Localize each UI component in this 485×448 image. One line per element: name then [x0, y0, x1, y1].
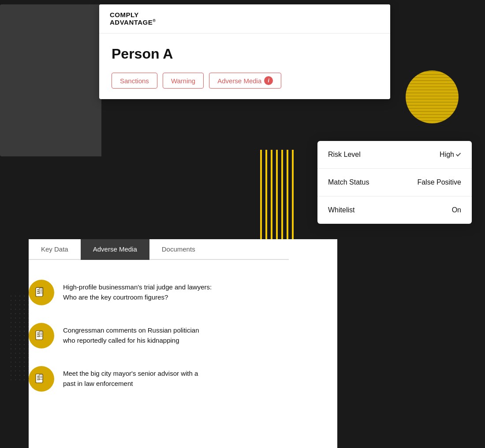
news-area: High-profile businessman's trial judge a…	[29, 280, 320, 409]
news-icon-3	[29, 366, 54, 392]
svg-rect-20	[39, 374, 43, 379]
document-icon-1	[35, 286, 48, 299]
whitelist-label: Whitelist	[328, 206, 354, 214]
news-text-2: Congressman comments on Russian politici…	[63, 323, 199, 345]
news-icon-2	[29, 323, 54, 348]
info-icon: i	[264, 76, 273, 85]
logo: COMPLY ADVANTAGE®	[110, 11, 156, 26]
document-icon-3	[35, 372, 48, 385]
badge-adverse-media[interactable]: Adverse Media i	[209, 73, 281, 89]
news-icon-1	[29, 280, 54, 305]
whitelist-value: On	[452, 206, 461, 214]
risk-level-label: Risk Level	[328, 151, 361, 159]
info-panel: Risk Level High Match Status False Posit…	[317, 141, 472, 224]
svg-rect-13	[39, 331, 43, 336]
logo-line2: ADVANTAGE®	[110, 19, 156, 26]
badge-sanctions[interactable]: Sanctions	[112, 73, 157, 89]
tabs-bar: Key Data Adverse Media Documents	[29, 239, 289, 260]
person-name: Person A	[112, 46, 378, 62]
match-status-row[interactable]: Match Status False Positive	[317, 169, 472, 196]
whitelist-row[interactable]: Whitelist On	[317, 196, 472, 224]
news-text-3: Meet the big city mayor's senior advisor…	[63, 366, 198, 389]
risk-level-value: High	[440, 151, 461, 159]
document-icon-2	[35, 329, 48, 342]
badge-warning[interactable]: Warning	[163, 73, 204, 89]
chevron-down-icon	[456, 152, 461, 156]
card-header: COMPLY ADVANTAGE®	[99, 4, 390, 33]
risk-level-row[interactable]: Risk Level High	[317, 141, 472, 169]
news-item-3: Meet the big city mayor's senior advisor…	[29, 366, 320, 392]
yellow-vertical-lines-decoration	[260, 150, 295, 247]
card-body: Person A Sanctions Warning Adverse Media…	[99, 33, 390, 99]
news-text-1: High-profile businessman's trial judge a…	[63, 280, 212, 302]
svg-rect-6	[39, 288, 43, 293]
match-status-value: False Positive	[417, 178, 461, 186]
badges-row: Sanctions Warning Adverse Media i	[112, 73, 378, 89]
yellow-lines-overlay-decoration	[406, 70, 459, 123]
tab-documents[interactable]: Documents	[149, 239, 208, 260]
tab-adverse-media[interactable]: Adverse Media	[81, 239, 149, 260]
match-status-label: Match Status	[328, 178, 369, 186]
logo-line1: COMPLY	[110, 11, 156, 19]
news-item-2: Congressman comments on Russian politici…	[29, 323, 320, 348]
tab-key-data[interactable]: Key Data	[29, 239, 81, 260]
profile-card: COMPLY ADVANTAGE® Person A Sanctions War…	[99, 4, 390, 99]
sidebar-panel	[0, 4, 101, 156]
news-item-1: High-profile businessman's trial judge a…	[29, 280, 320, 305]
